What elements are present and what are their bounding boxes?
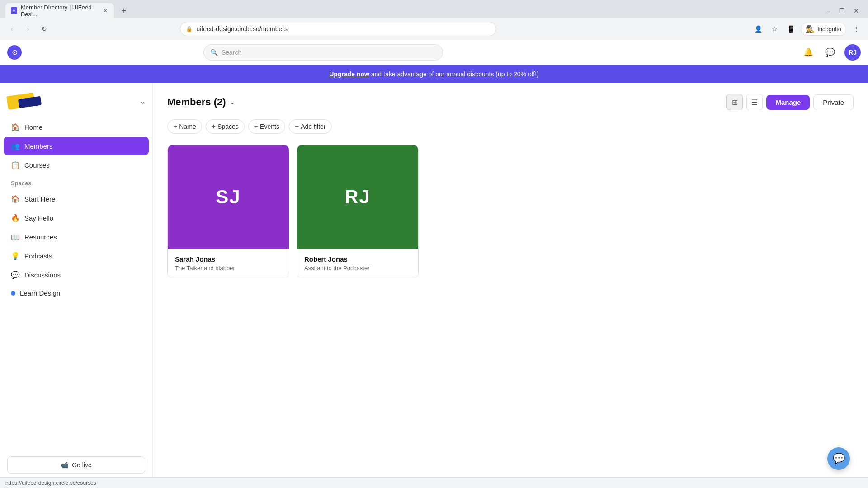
filter-events-button[interactable]: + Events	[248, 119, 285, 134]
members-grid: SJ Sarah Jonas The Talker and blabber RJ…	[167, 145, 854, 278]
close-button[interactable]: ✕	[850, 5, 863, 17]
search-icon: 🔍	[210, 49, 218, 56]
mobile-view-button[interactable]: 📱	[784, 23, 797, 35]
search-bar[interactable]: 🔍 Search	[203, 44, 443, 61]
add-filter-plus: +	[295, 122, 299, 131]
filter-events-plus: +	[254, 122, 258, 131]
sidebar-item-home[interactable]: 🏠 Home	[4, 118, 149, 136]
sidebar-item-resources[interactable]: 📖 Resources	[4, 228, 149, 246]
refresh-button[interactable]: ↻	[38, 23, 51, 35]
page-title-chevron[interactable]: ⌄	[230, 99, 235, 106]
sidebar-item-podcasts-label: Podcasts	[24, 252, 52, 260]
profile-icon-button[interactable]: 👤	[752, 23, 764, 35]
member-initials-robert-jonas: RJ	[344, 186, 371, 208]
learn-design-dot	[11, 291, 15, 296]
filter-spaces-label: Spaces	[217, 123, 239, 130]
filter-name-button[interactable]: + Name	[167, 119, 202, 134]
filter-events-label: Events	[260, 123, 279, 130]
messages-button[interactable]: 💬	[823, 45, 837, 60]
address-bar[interactable]: 🔒 uifeed-design.circle.so/members	[180, 22, 496, 36]
private-button[interactable]: Private	[813, 94, 854, 110]
sidebar-item-learn-design[interactable]: Learn Design	[4, 285, 149, 301]
sidebar-item-members-label: Members	[24, 142, 53, 150]
upgrade-link[interactable]: Upgrade now	[329, 70, 369, 78]
sidebar: ⌄ 🏠 Home 👥 Members 📋 Courses Spaces 🏠 St…	[0, 83, 153, 486]
member-card-sarah-jonas[interactable]: SJ Sarah Jonas The Talker and blabber	[167, 145, 289, 278]
forward-button[interactable]: ›	[22, 23, 34, 35]
sidebar-item-say-hello-label: Say Hello	[24, 214, 53, 222]
sidebar-item-say-hello[interactable]: 🔥 Say Hello	[4, 209, 149, 227]
more-options-button[interactable]: ⋮	[850, 23, 863, 35]
page-title: Members (2) ⌄	[167, 96, 235, 108]
page-header: Members (2) ⌄ ⊞ ☰ Manage Private	[167, 94, 854, 110]
sidebar-item-learn-design-label: Learn Design	[20, 289, 60, 297]
sidebar-item-home-label: Home	[24, 123, 42, 131]
brand-chevron-button[interactable]: ⌄	[139, 97, 145, 106]
sidebar-item-podcasts[interactable]: 💡 Podcasts	[4, 247, 149, 265]
filter-spaces-plus: +	[212, 122, 216, 131]
sidebar-item-resources-label: Resources	[24, 233, 57, 241]
browser-titlebar: M Member Directory | UIFeed Desi... ✕ + …	[0, 0, 868, 18]
go-live-button[interactable]: 📹 Go live	[7, 456, 145, 474]
tab-close-button[interactable]: ✕	[102, 7, 108, 14]
start-here-icon: 🏠	[11, 194, 20, 203]
filter-name-label: Name	[179, 123, 196, 130]
member-name-sarah-jonas: Sarah Jonas	[175, 255, 282, 263]
add-filter-button[interactable]: + Add filter	[289, 119, 332, 134]
sidebar-item-courses-label: Courses	[24, 161, 50, 169]
user-avatar[interactable]: RJ	[844, 44, 861, 61]
brand-logo[interactable]	[7, 92, 52, 110]
lock-icon: 🔒	[186, 26, 193, 32]
app-logo[interactable]: ⊙	[7, 45, 22, 60]
app-header: ⊙ 🔍 Search 🔔 💬 RJ	[0, 40, 868, 65]
member-name-robert-jonas: Robert Jonas	[304, 255, 411, 263]
header-right: 🔔 💬 RJ	[801, 44, 861, 61]
member-card-robert-jonas[interactable]: RJ Robert Jonas Assitant to the Podcaste…	[297, 145, 419, 278]
chat-fab-button[interactable]: 💬	[827, 447, 850, 470]
new-tab-button[interactable]: +	[118, 5, 130, 17]
incognito-label: Incognito	[817, 26, 841, 33]
grid-view-button[interactable]: ⊞	[726, 94, 743, 110]
back-button[interactable]: ‹	[5, 23, 18, 35]
podcasts-icon: 💡	[11, 251, 20, 260]
filter-bar: + Name + Spaces + Events + Add filter	[167, 119, 854, 134]
member-info-sarah-jonas: Sarah Jonas The Talker and blabber	[168, 249, 289, 278]
filter-name-plus: +	[173, 122, 177, 131]
status-bar: https://uifeed-design.circle.so/courses	[0, 477, 868, 488]
app-body: ⌄ 🏠 Home 👥 Members 📋 Courses Spaces 🏠 St…	[0, 83, 868, 486]
page-title-text: Members (2)	[167, 96, 226, 108]
banner-text: and take advantage of our annual discoun…	[369, 70, 539, 78]
sidebar-item-start-here[interactable]: 🏠 Start Here	[4, 190, 149, 208]
search-placeholder: Search	[222, 49, 241, 56]
maximize-button[interactable]: ❐	[835, 5, 848, 17]
sidebar-item-courses[interactable]: 📋 Courses	[4, 156, 149, 174]
sidebar-item-members[interactable]: 👥 Members	[4, 137, 149, 155]
incognito-icon: 🕵	[806, 25, 815, 33]
main-content: Members (2) ⌄ ⊞ ☰ Manage Private + Name …	[153, 83, 868, 486]
notifications-button[interactable]: 🔔	[801, 45, 816, 60]
status-bar-url: https://uifeed-design.circle.so/courses	[5, 480, 96, 486]
filter-spaces-button[interactable]: + Spaces	[206, 119, 245, 134]
say-hello-icon: 🔥	[11, 213, 20, 222]
member-role-sarah-jonas: The Talker and blabber	[175, 265, 282, 272]
discussions-icon: 💬	[11, 270, 20, 279]
member-role-robert-jonas: Assitant to the Podcaster	[304, 265, 411, 272]
member-avatar-sarah-jonas: SJ	[168, 145, 289, 249]
sidebar-item-start-here-label: Start Here	[24, 195, 55, 203]
browser-toolbar: ‹ › ↻ 🔒 uifeed-design.circle.so/members …	[0, 18, 868, 40]
browser-tab[interactable]: M Member Directory | UIFeed Desi... ✕	[5, 3, 114, 19]
home-icon: 🏠	[11, 122, 20, 131]
list-view-button[interactable]: ☰	[746, 94, 763, 110]
minimize-button[interactable]: ─	[821, 5, 834, 17]
courses-icon: 📋	[11, 160, 20, 169]
manage-button[interactable]: Manage	[766, 95, 810, 110]
upgrade-banner: Upgrade now and take advantage of our an…	[0, 65, 868, 83]
member-initials-sarah-jonas: SJ	[216, 186, 241, 208]
sidebar-brand: ⌄	[0, 89, 152, 117]
window-controls: ─ ❐ ✕	[821, 5, 863, 17]
incognito-badge[interactable]: 🕵 Incognito	[801, 23, 846, 36]
sidebar-item-discussions[interactable]: 💬 Discussions	[4, 266, 149, 284]
bookmark-button[interactable]: ☆	[768, 23, 781, 35]
browser-chrome: M Member Directory | UIFeed Desi... ✕ + …	[0, 0, 868, 40]
sidebar-item-discussions-label: Discussions	[24, 271, 61, 279]
